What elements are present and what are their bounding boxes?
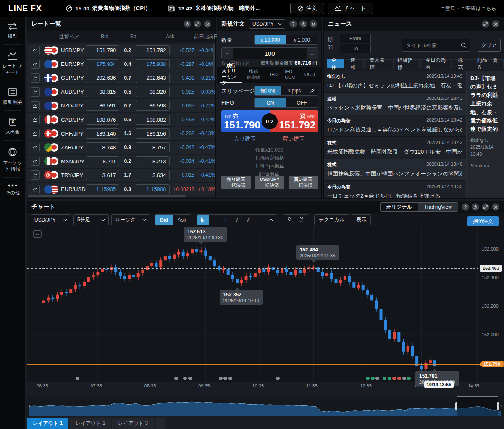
order-button[interactable]: 注文 (290, 3, 324, 14)
news-filter-6[interactable]: 商品・債券 (473, 59, 504, 68)
ask-price-button[interactable]: 86.598 (136, 101, 170, 111)
open-chart-button[interactable] (31, 185, 40, 194)
navigator-left-arrow[interactable]: ‹ (28, 402, 32, 410)
layout-tab-3[interactable]: レイアウト 3 (112, 418, 154, 429)
chart-button[interactable]: チャート (328, 3, 373, 14)
bid-price-button[interactable]: 175.934 (86, 59, 119, 69)
display-button[interactable]: 表示 (352, 214, 371, 225)
vertical-line-tool-icon[interactable]: | (220, 215, 231, 225)
bid-price-button[interactable]: 202.636 (86, 73, 119, 83)
vertical-scrollbar[interactable] (213, 44, 215, 76)
news-item[interactable]: 今日の為替2025/10/14 13:33一目チェック2＝豪ドル円、転換線を上抜… (324, 181, 466, 198)
more-tools-icon[interactable]: ⋯ (254, 215, 265, 225)
ask-price-button[interactable]: 202.643 (136, 73, 170, 83)
buy-position-link[interactable]: 買い建玉 (283, 135, 304, 143)
sidebar-item-more[interactable]: その他 (0, 178, 25, 200)
open-chart-button[interactable] (31, 115, 40, 124)
bid-toggle[interactable]: Bid (155, 215, 173, 225)
slippage-edit-icon[interactable] (307, 86, 318, 95)
chart-type-select[interactable]: ローソク (111, 214, 150, 225)
slippage-pips-option[interactable]: 3 pips (281, 86, 307, 95)
horizontal-line-tool-icon[interactable]: − (209, 215, 220, 225)
feedback-link[interactable]: ご意見・ご要望はこちら (440, 5, 496, 12)
candlestick-chart[interactable] (27, 227, 504, 382)
order-tab-IFD-OCO[interactable]: IFD-OCO (283, 67, 301, 83)
news-item[interactable]: 指定なし2025/10/14 13:49DJ-【市場の声】セミララの利益上振れ余… (324, 71, 466, 92)
layout-tab-1[interactable]: レイアウト 1 (27, 418, 68, 429)
open-chart-button[interactable] (31, 143, 40, 152)
news-filter-0[interactable]: 全体 (327, 59, 344, 68)
news-filter-4[interactable]: 今日の為替 (421, 59, 452, 68)
bid-price-button[interactable]: 86.591 (86, 101, 119, 111)
bid-price-button[interactable]: 189.140 (86, 128, 119, 139)
layout-add-tab[interactable]: + (155, 418, 165, 429)
bid-price-button[interactable]: 8.748 (86, 142, 119, 152)
mode-original[interactable]: オリジナル (381, 203, 418, 211)
news-filter-5[interactable]: 株式 (454, 59, 471, 68)
news-item[interactable]: 速報2025/10/14 13:43ベッセント米財務長官 中国が世界経済に悪影響… (324, 93, 466, 115)
bulk-close-button-buy[interactable]: 買い建玉一括決済 (289, 176, 318, 189)
order-tab-指値[interactable]: 指値逆指値 (242, 67, 265, 83)
search-icon[interactable] (461, 42, 467, 48)
settings-gear-icon[interactable] (472, 203, 479, 211)
expand-icon[interactable] (482, 203, 489, 211)
mode-tradingview[interactable]: TradingView (418, 203, 458, 211)
news-ticker[interactable]: 13:42米株価指数先物 時間外… (168, 5, 260, 12)
news-item[interactable]: 株式2025/10/14 13:42米株価指数先物 時間外取引 ダウ120ドル安… (324, 137, 466, 159)
open-chart-button[interactable] (31, 46, 40, 55)
navigator-window[interactable] (457, 396, 498, 416)
ask-price-button[interactable]: 8.213 (136, 156, 170, 166)
unit-1000-option[interactable]: x 1,000 (286, 35, 318, 44)
navigator-left-handle[interactable] (455, 402, 457, 410)
order-pair-select[interactable]: USD/JPY (249, 19, 285, 29)
navigator-right-handle[interactable] (497, 402, 499, 410)
period-to-input[interactable] (340, 44, 371, 53)
bid-price-button[interactable]: 3.617 (86, 170, 119, 180)
settings-gear-icon[interactable] (299, 20, 307, 28)
ask-price-button[interactable]: 175.938 (136, 59, 170, 69)
help-icon[interactable]: ? (462, 203, 469, 211)
economic-indicator-ticker[interactable]: 15:00消費者物価指数（CPI） (66, 5, 151, 12)
ask-price-button[interactable]: 98.320 (136, 87, 170, 97)
fifo-on-option[interactable]: ON (255, 98, 286, 107)
news-item[interactable]: 株式2025/10/14 13:40韓国株急反落、中国が韓国ハンファオーシャンの… (324, 159, 466, 180)
cursor-tool-icon[interactable] (197, 215, 209, 225)
help-icon[interactable]: ? (289, 20, 297, 28)
collapse-tools-icon[interactable] (265, 215, 277, 225)
clear-button[interactable]: クリア (478, 39, 501, 52)
slippage-unlimited-option[interactable]: 無制限 (255, 86, 281, 95)
order-tab-IFD[interactable]: IFD (265, 67, 283, 83)
sidebar-item-trade[interactable]: 取引 (0, 17, 25, 44)
close-icon[interactable] (310, 20, 317, 28)
settings-gear-icon[interactable] (184, 20, 191, 28)
open-chart-button[interactable] (31, 157, 40, 166)
ask-toggle[interactable]: Ask (173, 215, 191, 225)
news-filter-1[interactable]: 速報 (346, 59, 363, 68)
chart-snapshot-icon[interactable] (33, 230, 42, 238)
ask-price-button[interactable]: 1.15908 (136, 184, 170, 194)
bulk-close-button-pair[interactable]: USD/JPY一括決済 (255, 176, 284, 189)
ask-price-button[interactable]: 189.156 (136, 128, 170, 139)
order-tab-成行[interactable]: 成行ストリーミング (220, 67, 242, 83)
news-item[interactable]: 今日の為替2025/10/14 13:42ロンドン為替見通し＝英仏のイベントを確… (324, 115, 466, 136)
sell-position-link[interactable]: 売り建玉 (234, 135, 256, 143)
bid-price-button[interactable]: 151.790 (86, 45, 119, 55)
sidebar-item-deposit[interactable]: ¥入出金 (0, 112, 25, 139)
fifo-off-option[interactable]: OFF (286, 98, 318, 107)
quantity-value[interactable]: 100 (233, 48, 307, 59)
sidebar-item-market-info[interactable]: マーケット 情報 (0, 141, 25, 176)
technical-button[interactable]: テクニカル (314, 214, 349, 225)
sidebar-item-rate-chart[interactable]: レート チャート (0, 46, 25, 80)
close-icon[interactable] (204, 20, 211, 28)
open-chart-button[interactable] (31, 101, 40, 110)
close-icon[interactable] (492, 20, 499, 28)
eraser-icon[interactable] (284, 215, 296, 225)
bid-price-button[interactable]: 108.076 (86, 115, 119, 125)
chart-timeframe-select[interactable]: 5分足 (74, 214, 109, 225)
sidebar-item-inquiry[interactable]: 取引 照会 (0, 82, 25, 110)
news-list-scrollbar[interactable] (466, 71, 467, 198)
chart-navigator[interactable]: ‹ › (27, 396, 504, 416)
ask-price-button[interactable]: 151.792 (136, 45, 170, 55)
title-search-input[interactable] (402, 39, 470, 52)
eraser-all-icon[interactable]: ALL (296, 215, 308, 225)
